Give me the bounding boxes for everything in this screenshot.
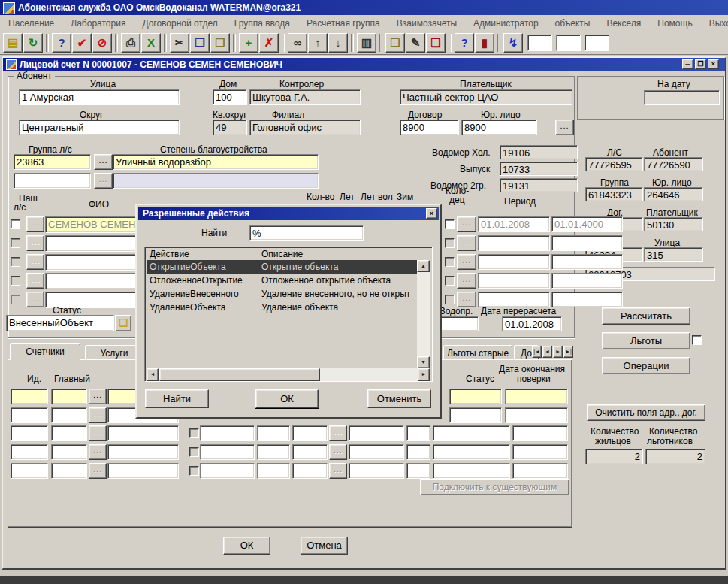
grid-checkbox[interactable] <box>189 428 199 438</box>
menu-item-9[interactable]: Помощь <box>649 18 700 29</box>
grid-cell[interactable] <box>51 463 87 479</box>
grid-cell[interactable] <box>349 425 404 441</box>
group-ls-field[interactable]: 23863 <box>14 154 91 170</box>
jur-lookup-button[interactable]: ... <box>555 120 574 135</box>
menu-item-10[interactable]: Выход <box>701 18 728 29</box>
tab-nav-last-icon[interactable]: ►| <box>563 346 573 358</box>
period-row-checkbox[interactable] <box>445 238 455 248</box>
grid-cell[interactable] <box>107 425 179 441</box>
export-excel-icon[interactable]: X <box>141 33 161 53</box>
dialog-hscrollbar[interactable]: ◄ ► <box>147 368 430 381</box>
grid-cell[interactable] <box>200 463 255 479</box>
fio-row-checkbox[interactable] <box>11 257 20 267</box>
fio-row-dots-button[interactable]: ... <box>26 273 44 289</box>
add-record-icon[interactable]: + <box>239 33 258 53</box>
grid-cell[interactable] <box>51 389 87 404</box>
jur-field[interactable]: 8900 <box>461 120 537 135</box>
recalc-date-field[interactable]: 01.01.2008 <box>502 316 562 331</box>
menu-item-8[interactable]: Векселя <box>598 18 649 29</box>
grid-cell[interactable] <box>512 444 568 460</box>
grid-cell[interactable] <box>11 407 48 423</box>
grid-cell[interactable] <box>51 444 87 460</box>
cut-icon[interactable]: ✂ <box>170 33 189 53</box>
grid-cell[interactable] <box>257 463 290 479</box>
grid-cell[interactable] <box>406 425 430 441</box>
dialog-action-row[interactable]: ОткрытиеОбъектаОткрытие объекта <box>147 260 417 274</box>
period-row-dots-button[interactable]: ... <box>457 216 476 232</box>
toolbar-field-0[interactable] <box>527 35 552 51</box>
grid-cell[interactable] <box>433 444 510 460</box>
branch-field[interactable]: Головной офис <box>249 120 361 135</box>
calculate-button[interactable]: Рассчитать <box>602 307 690 325</box>
trash-icon[interactable]: ▥ <box>357 33 376 53</box>
beneficiaries-field[interactable]: 2 <box>645 449 705 464</box>
period-to-field[interactable] <box>551 273 623 289</box>
grid-cell[interactable] <box>200 444 255 460</box>
meter-second-field[interactable]: 19131 <box>500 178 578 192</box>
payer-id-field[interactable]: 50130 <box>644 217 703 231</box>
grid-dots-button[interactable]: ... <box>329 425 347 441</box>
grid-cell[interactable] <box>512 425 568 441</box>
cancel-button[interactable]: Отмена <box>301 537 348 555</box>
menu-item-7[interactable]: объекты <box>547 18 599 29</box>
maximize-button[interactable]: ❐ <box>695 59 706 69</box>
grid-status-cell[interactable] <box>449 407 502 423</box>
grid-cell[interactable] <box>406 463 430 479</box>
connect-icon[interactable]: ↯ <box>503 33 523 53</box>
controller-field[interactable]: Шкутова Г.А. <box>249 89 361 105</box>
tab-old-benefits[interactable]: Льготы старые <box>443 345 512 359</box>
grid-cell[interactable] <box>11 425 48 441</box>
grid-cell[interactable] <box>292 463 328 479</box>
status-folder-button[interactable]: ❏ <box>115 315 131 331</box>
fio-row-dots-button[interactable]: ... <box>26 216 44 232</box>
period-row-checkbox[interactable] <box>445 276 455 286</box>
ls-field[interactable]: 77726595 <box>585 157 643 171</box>
group-ls2-lookup-button[interactable]: ... <box>94 173 113 189</box>
dialog-find-button[interactable]: Найти <box>145 389 209 408</box>
save-icon[interactable]: ▤ <box>3 33 23 53</box>
grid-cell[interactable] <box>349 463 404 479</box>
period-row-dots-button[interactable]: ... <box>457 235 476 251</box>
meter-outlet-field[interactable]: 10733 <box>500 162 578 176</box>
rollback-icon[interactable]: ⊘ <box>92 33 112 53</box>
grid-date-cell[interactable] <box>505 407 568 423</box>
exit-icon[interactable]: ▮ <box>475 33 494 53</box>
grid-checkbox[interactable] <box>189 466 199 476</box>
grid-cell[interactable] <box>11 389 48 404</box>
find-icon[interactable]: ∞ <box>288 33 307 53</box>
query-icon[interactable]: ? <box>52 33 71 53</box>
dialog-action-row[interactable]: УдалениеВнесенногоУдаление внесенного, н… <box>147 287 417 301</box>
street-field[interactable]: 1 Амурская <box>19 89 180 105</box>
grid-cell[interactable] <box>11 463 48 479</box>
period-row-checkbox[interactable] <box>445 219 455 229</box>
grid-cell[interactable] <box>433 425 510 441</box>
period-to-field[interactable] <box>551 292 623 307</box>
menu-item-0[interactable]: Население <box>0 18 62 29</box>
group-ls-lookup-button[interactable]: ... <box>94 154 113 170</box>
menu-item-4[interactable]: Расчетная группа <box>298 18 388 29</box>
degree2-field[interactable] <box>113 173 319 189</box>
fio-row-dots-button[interactable]: ... <box>26 235 44 251</box>
grid-cell[interactable] <box>107 463 179 479</box>
house-field[interactable]: 100 <box>213 89 247 105</box>
grid-cell[interactable] <box>292 444 328 460</box>
toolbar-field-1[interactable] <box>556 35 581 51</box>
grid-cell[interactable] <box>257 444 290 460</box>
help-icon[interactable]: ? <box>455 33 474 53</box>
delete-record-icon[interactable]: ✗ <box>259 33 279 53</box>
period-row-dots-button[interactable]: ... <box>457 273 476 289</box>
residents-field[interactable]: 2 <box>585 449 643 464</box>
menu-item-6[interactable]: Администратор <box>465 18 547 29</box>
street-id-field[interactable]: 315 <box>644 247 703 262</box>
menu-item-5[interactable]: Взаимозачеты <box>388 18 465 29</box>
up-arrow-icon[interactable]: ↑ <box>308 33 328 53</box>
dialog-close-icon[interactable]: × <box>426 208 437 219</box>
clipboard-icon[interactable]: ❏ <box>385 33 405 53</box>
tab-nav-prev-icon[interactable]: ◄ <box>542 346 552 358</box>
grid-checkbox[interactable] <box>189 447 199 457</box>
period-to-field[interactable] <box>551 254 623 270</box>
grid-dots-button[interactable]: ... <box>89 425 107 441</box>
hscroll-thumb[interactable] <box>159 368 320 381</box>
fio-row-checkbox[interactable] <box>11 276 20 286</box>
period-row-checkbox[interactable] <box>445 257 455 267</box>
